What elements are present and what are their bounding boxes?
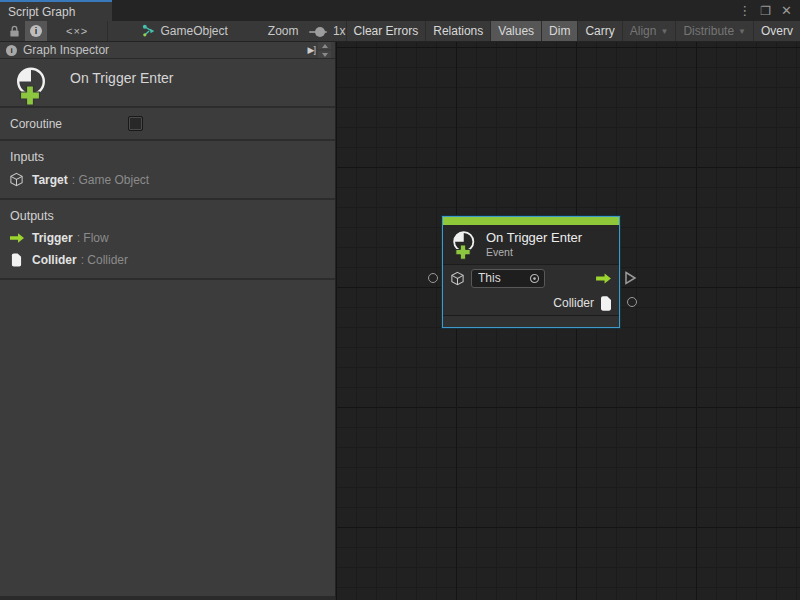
triangle-down-icon (322, 53, 328, 57)
node-header: On Trigger Enter Event (443, 225, 619, 265)
object-picker-icon[interactable] (529, 273, 540, 284)
zoom-slider-handle[interactable] (315, 27, 325, 37)
outputs-section: Outputs Trigger : Flow (0, 200, 335, 280)
io-type: : Collider (81, 253, 128, 267)
graph-owner-reference[interactable]: GameObject (142, 21, 228, 41)
zoom-label: Zoom (268, 21, 299, 41)
code-icon: <×> (66, 25, 88, 37)
collider-port-label: Collider (553, 296, 594, 310)
kebab-menu-icon[interactable]: ⋮ (738, 3, 750, 18)
node-color-bar (443, 217, 619, 225)
lock-button[interactable] (4, 21, 25, 41)
node-body: This Collider (443, 265, 619, 315)
document-icon (11, 253, 22, 267)
target-port-row: This (443, 265, 619, 291)
graph-owner-label: GameObject (161, 24, 228, 38)
cube-icon (450, 271, 465, 286)
triangle-up-icon (322, 44, 328, 48)
graph-inspector-header: i Graph Inspector ▶] (0, 42, 335, 59)
unit-title: On Trigger Enter (70, 70, 174, 86)
scroll-up-button[interactable] (318, 42, 331, 49)
info-icon: i (6, 45, 17, 56)
node-subtitle: Event (486, 246, 582, 259)
panel-scroller (318, 42, 331, 58)
zoom-value: 1x (333, 21, 346, 41)
dim-button[interactable]: Dim (541, 21, 577, 41)
script-graph-icon (142, 24, 156, 38)
collider-port-row: Collider (443, 291, 619, 315)
io-type: : Game Object (72, 173, 149, 187)
window-controls: ⋮ ❐ ✕ (738, 0, 800, 21)
target-value-field[interactable]: This (471, 269, 545, 288)
main-area: i Graph Inspector ▶] On Trigger Enter (0, 42, 800, 600)
align-dropdown[interactable]: Align ▼ (622, 21, 676, 41)
tab-label: Script Graph (8, 5, 75, 19)
inspector-toggle-button[interactable]: i (25, 21, 47, 41)
toolbar-button-group: Clear Errors Relations Values Dim Carry … (346, 21, 800, 41)
clear-errors-button[interactable]: Clear Errors (346, 21, 426, 41)
io-name: Trigger (32, 231, 73, 245)
chevron-down-icon: ▼ (738, 27, 746, 36)
collider-output-port[interactable] (627, 297, 637, 307)
tab-strip: Script Graph ⋮ ❐ ✕ (0, 0, 800, 21)
inputs-title: Inputs (0, 150, 335, 164)
flow-arrow-icon (9, 232, 25, 244)
node-footer (443, 315, 619, 327)
io-row-trigger: Trigger : Flow (0, 231, 335, 245)
io-row-collider: Collider : Collider (0, 253, 335, 267)
document-icon (600, 296, 612, 311)
code-preview-button[interactable]: <×> (61, 21, 93, 41)
io-type: : Flow (77, 231, 109, 245)
relations-button[interactable]: Relations (425, 21, 490, 41)
graph-inspector-panel: i Graph Inspector ▶] On Trigger Enter (0, 42, 336, 600)
overview-button[interactable]: Overv (753, 21, 800, 41)
flow-output-port[interactable] (624, 271, 637, 285)
on-trigger-enter-node[interactable]: On Trigger Enter Event This (442, 216, 620, 328)
chevron-down-icon: ▼ (660, 27, 668, 36)
graph-inspector-title: Graph Inspector (23, 43, 109, 57)
node-title: On Trigger Enter (486, 230, 582, 246)
zoom-slider[interactable] (309, 21, 327, 42)
close-icon[interactable]: ✕ (781, 3, 792, 18)
coroutine-checkbox[interactable] (128, 116, 143, 131)
target-value: This (478, 271, 529, 285)
scroll-down-button[interactable] (318, 51, 331, 58)
graph-toolbar: i <×> GameObject Zoom 1x Clear Errors (0, 21, 800, 42)
unit-title-block: On Trigger Enter (0, 59, 335, 108)
carry-button[interactable]: Carry (577, 21, 621, 41)
graph-canvas[interactable]: On Trigger Enter Event This (336, 42, 800, 600)
event-icon (451, 230, 478, 260)
maximize-icon[interactable]: ❐ (760, 4, 771, 18)
values-button[interactable]: Values (490, 21, 541, 41)
distribute-dropdown[interactable]: Distribute ▼ (675, 21, 753, 41)
coroutine-row: Coroutine (0, 108, 335, 141)
info-icon: i (30, 25, 42, 37)
io-name: Target (32, 173, 68, 187)
tab-script-graph[interactable]: Script Graph (0, 0, 112, 21)
inputs-section: Inputs Target : Game Object (0, 141, 335, 200)
io-row-target: Target : Game Object (0, 172, 335, 187)
outputs-title: Outputs (0, 209, 335, 223)
lock-icon (9, 25, 20, 38)
event-icon (14, 66, 50, 106)
unity-script-graph-window: Script Graph ⋮ ❐ ✕ i <×> (0, 0, 800, 600)
io-name: Collider (32, 253, 77, 267)
trigger-input-port[interactable] (428, 273, 438, 283)
coroutine-label: Coroutine (10, 117, 128, 131)
cube-icon (9, 172, 24, 187)
flow-arrow-icon (595, 272, 612, 285)
dock-right-icon[interactable]: ▶] (308, 45, 315, 55)
